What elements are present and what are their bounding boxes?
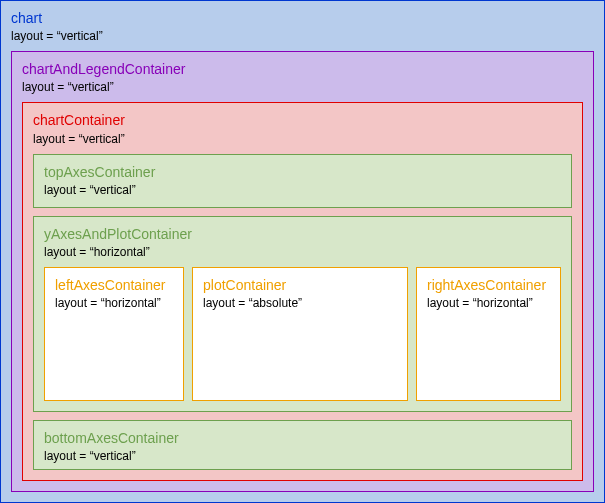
top-axes-layout: layout = “vertical” [44, 183, 561, 197]
bottom-axes-container-box: bottomAxesContainer layout = “vertical” [33, 420, 572, 470]
left-axes-title: leftAxesContainer [55, 276, 173, 294]
top-axes-title: topAxesContainer [44, 163, 561, 181]
chart-title: chart [11, 9, 594, 27]
right-axes-title: rightAxesContainer [427, 276, 550, 294]
plot-layout: layout = “absolute” [203, 296, 397, 310]
bottom-axes-title: bottomAxesContainer [44, 429, 561, 447]
y-axes-and-plot-container-box: yAxesAndPlotContainer layout = “horizont… [33, 216, 572, 412]
plot-container-box: plotContainer layout = “absolute” [192, 267, 408, 401]
chart-layout: layout = “vertical” [11, 29, 594, 43]
right-axes-container-box: rightAxesContainer layout = “horizontal” [416, 267, 561, 401]
chart-container-box: chartContainer layout = “vertical” topAx… [22, 102, 583, 481]
plot-title: plotContainer [203, 276, 397, 294]
chart-container-title: chartContainer [33, 111, 572, 129]
right-axes-layout: layout = “horizontal” [427, 296, 550, 310]
bottom-axes-layout: layout = “vertical” [44, 449, 561, 463]
top-axes-container-box: topAxesContainer layout = “vertical” [33, 154, 572, 208]
chart-and-legend-container-box: chartAndLegendContainer layout = “vertic… [11, 51, 594, 492]
inner-row: leftAxesContainer layout = “horizontal” … [44, 267, 561, 401]
chart-and-legend-title: chartAndLegendContainer [22, 60, 583, 78]
y-axes-plot-layout: layout = “horizontal” [44, 245, 561, 259]
y-axes-plot-title: yAxesAndPlotContainer [44, 225, 561, 243]
chart-box: chart layout = “vertical” chartAndLegend… [0, 0, 605, 503]
left-axes-layout: layout = “horizontal” [55, 296, 173, 310]
left-axes-container-box: leftAxesContainer layout = “horizontal” [44, 267, 184, 401]
chart-and-legend-layout: layout = “vertical” [22, 80, 583, 94]
chart-container-layout: layout = “vertical” [33, 132, 572, 146]
